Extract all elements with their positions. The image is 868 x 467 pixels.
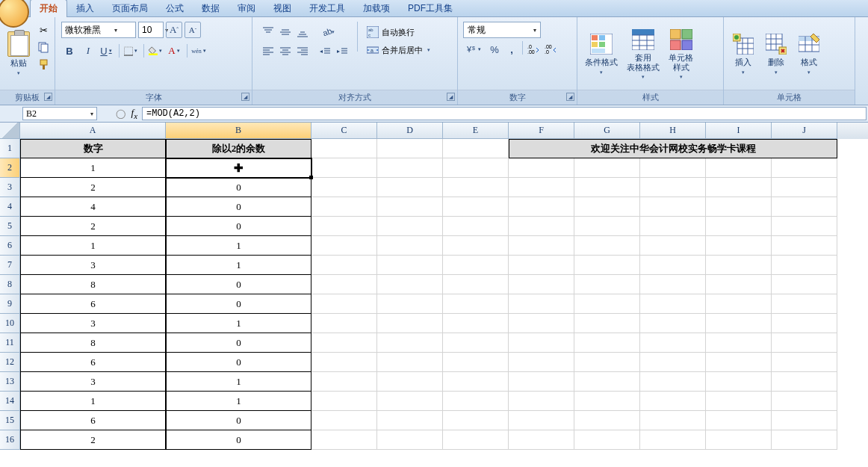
col-header-D[interactable]: D	[377, 123, 443, 139]
cell-H11[interactable]	[640, 333, 706, 353]
cell-H3[interactable]	[640, 178, 706, 197]
cell-A6[interactable]: 1	[20, 236, 166, 256]
cell-styles-button[interactable]: 单元格 样式▾	[664, 19, 698, 88]
merge-center-button[interactable]: a 合并后居中 ▾	[362, 42, 435, 58]
row-header-16[interactable]: 16	[0, 430, 20, 450]
row-header-7[interactable]: 7	[0, 256, 20, 275]
cell-D2[interactable]	[377, 158, 443, 178]
italic-button[interactable]: I	[80, 43, 96, 59]
bold-button[interactable]: B	[61, 43, 78, 59]
cell-G11[interactable]	[574, 333, 640, 353]
cell-I4[interactable]	[706, 197, 772, 217]
col-header-H[interactable]: H	[640, 123, 706, 139]
cell-C12[interactable]	[311, 353, 377, 372]
cell-B13[interactable]: 1	[166, 372, 311, 392]
row-header-1[interactable]: 1	[0, 139, 20, 158]
cell-C7[interactable]	[311, 256, 377, 275]
cell-D10[interactable]	[377, 314, 443, 333]
row-header-3[interactable]: 3	[0, 178, 20, 197]
cell-H2[interactable]	[640, 158, 706, 178]
format-cells-button[interactable]: 格式▾	[793, 19, 825, 88]
cell-J13[interactable]	[772, 372, 837, 392]
cell-E12[interactable]	[443, 353, 509, 372]
col-header-B[interactable]: B	[166, 123, 311, 139]
cell-C8[interactable]	[311, 275, 377, 294]
phonetic-button[interactable]: wén	[191, 43, 208, 59]
name-box[interactable]: B2▾	[22, 107, 97, 120]
paste-button[interactable]: 粘贴 ▾	[3, 19, 34, 88]
comma-button[interactable]: ,	[503, 41, 520, 58]
cell-G7[interactable]	[574, 256, 640, 275]
cell-D4[interactable]	[377, 197, 443, 217]
cell-F8[interactable]	[509, 275, 574, 294]
cell-B5[interactable]: 0	[166, 217, 311, 236]
tab-home[interactable]: 开始	[30, 0, 67, 17]
cell-C13[interactable]	[311, 372, 377, 392]
cell-E2[interactable]	[443, 158, 509, 178]
cell-C9[interactable]	[311, 294, 377, 314]
align-top-button[interactable]	[260, 24, 276, 40]
tab-view[interactable]: 视图	[264, 0, 300, 17]
tab-developer[interactable]: 开发工具	[300, 0, 354, 17]
cell-D13[interactable]	[377, 372, 443, 392]
decrease-decimal-button[interactable]: .00.0	[542, 41, 559, 58]
cell-E8[interactable]	[443, 275, 509, 294]
cell-D8[interactable]	[377, 275, 443, 294]
row-header-9[interactable]: 9	[0, 294, 20, 314]
cell-G6[interactable]	[574, 236, 640, 256]
cell-B14[interactable]: 1	[166, 392, 311, 411]
cell-C11[interactable]	[311, 333, 377, 353]
cell-C6[interactable]	[311, 236, 377, 256]
cell-F11[interactable]	[509, 333, 574, 353]
cell-J12[interactable]	[772, 353, 837, 372]
align-bottom-button[interactable]	[294, 24, 311, 40]
cell-H9[interactable]	[640, 294, 706, 314]
border-button[interactable]	[123, 43, 140, 59]
cell-G10[interactable]	[574, 314, 640, 333]
cell-D16[interactable]	[377, 430, 443, 450]
formula-circle-icon[interactable]: ◯	[116, 108, 125, 119]
row-header-14[interactable]: 14	[0, 392, 20, 411]
conditional-format-button[interactable]: 条件格式▾	[580, 19, 622, 88]
col-header-A[interactable]: A	[20, 123, 166, 139]
cell-I3[interactable]	[706, 178, 772, 197]
cell-B16[interactable]: 0	[166, 430, 311, 450]
insert-cells-button[interactable]: 插入▾	[727, 19, 760, 88]
row-header-13[interactable]: 13	[0, 372, 20, 392]
align-middle-button[interactable]	[277, 24, 294, 40]
tab-formulas[interactable]: 公式	[157, 0, 193, 17]
formula-input[interactable]: =MOD(A2,2)	[142, 107, 867, 120]
cell-I11[interactable]	[706, 333, 772, 353]
increase-decimal-button[interactable]: .0.00	[525, 41, 542, 58]
row-header-12[interactable]: 12	[0, 353, 20, 372]
cell-H7[interactable]	[640, 256, 706, 275]
orientation-button[interactable]: ab▾	[317, 24, 339, 40]
row-header-10[interactable]: 10	[0, 314, 20, 333]
cell-H4[interactable]	[640, 197, 706, 217]
cell-D11[interactable]	[377, 333, 443, 353]
cell-I9[interactable]	[706, 294, 772, 314]
font-color-button[interactable]: A	[167, 43, 183, 59]
cell-A1[interactable]: 数字	[20, 139, 166, 158]
format-painter-button[interactable]	[36, 57, 51, 72]
cell-F12[interactable]	[509, 353, 574, 372]
tab-pdf[interactable]: PDF工具集	[399, 0, 462, 17]
alignment-dialog-launcher[interactable]: ◢	[447, 93, 455, 101]
cell-A7[interactable]: 3	[20, 256, 166, 275]
cell-I12[interactable]	[706, 353, 772, 372]
col-header-G[interactable]: G	[574, 123, 640, 139]
cell-G3[interactable]	[574, 178, 640, 197]
decrease-indent-button[interactable]	[317, 43, 333, 60]
cell-C1[interactable]	[311, 139, 377, 158]
cell-J14[interactable]	[772, 392, 837, 411]
cell-A8[interactable]: 8	[20, 275, 166, 294]
cell-B1[interactable]: 除以2的余数	[166, 139, 311, 158]
cell-E10[interactable]	[443, 314, 509, 333]
cell-H13[interactable]	[640, 372, 706, 392]
col-header-I[interactable]: I	[706, 123, 772, 139]
cell-G15[interactable]	[574, 411, 640, 430]
cell-I5[interactable]	[706, 217, 772, 236]
cell-J5[interactable]	[772, 217, 837, 236]
cell-J3[interactable]	[772, 178, 837, 197]
cell-I10[interactable]	[706, 314, 772, 333]
